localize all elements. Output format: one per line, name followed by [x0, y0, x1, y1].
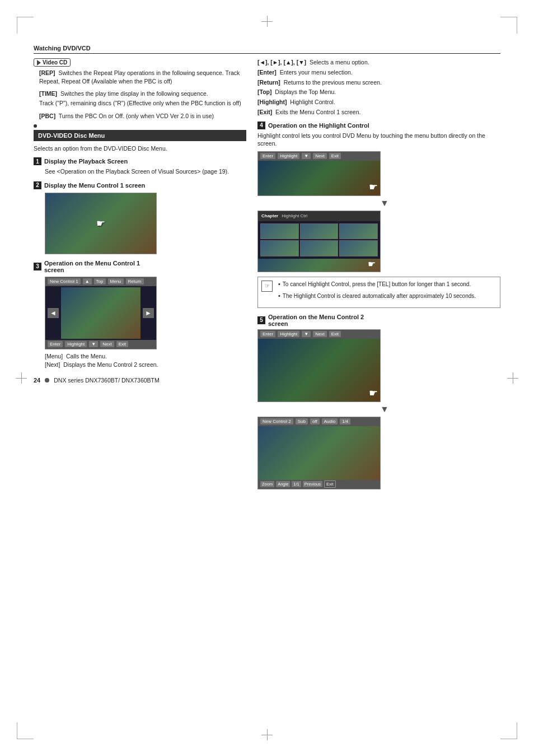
section-4-desc: Highlight control lets you control DVD M…: [257, 132, 500, 148]
section-3-title: Operation on the Menu Control 1screen: [44, 260, 140, 273]
page-section-title: Watching DVD/VCD: [34, 45, 500, 54]
section-2-header: 2 Display the Menu Control 1 screen: [34, 181, 246, 189]
bullet-dot: [34, 124, 37, 128]
top-bar-new: New Control 1: [48, 278, 81, 284]
highlight-item: [Highlight] Highlight Control.: [257, 98, 500, 107]
section-4-title: Operation on the Highlight Control: [268, 122, 369, 129]
bot-down: ▼: [89, 341, 98, 347]
menu2-bottom-nav-bar: Zoom Angle 1/1 Previous Exit: [258, 480, 380, 489]
arrow-down-2: ▼: [269, 404, 500, 414]
return-label: [Return]: [257, 79, 280, 86]
menu-control-1-screen: ☛: [45, 193, 157, 254]
arrow-down-1: ▼: [269, 198, 500, 208]
rep-label: [REP]: [39, 69, 55, 76]
menu-control-1-detail-screen: New Control 1 ▲ Top Menu Return ◄ ► Ente…: [45, 277, 157, 349]
section-3: 3 Operation on the Menu Control 1screen …: [34, 260, 246, 368]
m2b-exit: Exit: [324, 480, 336, 488]
section-5-title: Operation on the Menu Control 2screen: [268, 314, 364, 327]
left-column: Video CD [REP] Switches the Repeat Play …: [34, 58, 246, 495]
m2b-oneone: 1/1: [292, 481, 301, 487]
footer-dot: [45, 378, 49, 382]
section-3-header: 3 Operation on the Menu Control 1screen: [34, 260, 246, 273]
rep-desc: Switches the Repeat Play operations in t…: [39, 69, 240, 85]
hl-down: ▼: [302, 153, 311, 159]
section-1: 1 Display the Playback Screen See <Opera…: [34, 157, 246, 176]
section-2-number: 2: [34, 181, 41, 189]
chapter-cell-5: [300, 240, 339, 256]
section-1-header: 1 Display the Playback Screen: [34, 157, 246, 165]
top-desc: Displays the Top Menu.: [275, 88, 336, 95]
top-bar-top: Top: [94, 278, 106, 284]
chapter-cell-1: [260, 223, 299, 240]
hl-highlight: Highlight: [278, 153, 299, 159]
enter-item: [Enter] Enters your menu selection.: [257, 68, 500, 77]
section-1-number: 1: [34, 157, 41, 165]
highlight-label: [Highlight]: [257, 99, 287, 105]
section-1-text: See <Operation on the Playback Screen of…: [34, 167, 246, 176]
chapter-label: Chapter: [261, 213, 278, 218]
note-bullet-2: •: [278, 292, 280, 299]
highlight-top-bar: Enter Highlight ▼ Next Exit: [258, 152, 380, 161]
menu-label-row: [Menu] Calls the Menu.: [45, 353, 246, 360]
hand-icon-1: ☛: [369, 181, 378, 193]
screen-content: ☛: [45, 193, 156, 254]
m2b-sub: Sub: [296, 418, 308, 424]
arrow-options: [◄], [►], [▲], [▼] Selects a menu option…: [257, 58, 500, 117]
next-label-row: [Next] Displays the Menu Control 2 scree…: [45, 361, 246, 368]
exit-desc: Exits the Menu Control 1 screen.: [275, 109, 360, 115]
pbc-label: [PBC]: [39, 113, 55, 119]
arrows-label: [◄], [►], [▲], [▼]: [257, 59, 306, 66]
time-desc: Switches the play time display in the fo…: [60, 90, 208, 97]
note-row-2: • The Highlight Control is cleared autom…: [278, 292, 476, 302]
next-label: [Next]: [45, 361, 60, 368]
dvd-menu-title: DVD-VIDEO Disc Menu: [38, 132, 105, 139]
note-box: ☞ • To cancel Highlight Control, press t…: [257, 277, 500, 308]
arrows-item: [◄], [►], [▲], [▼] Selects a menu option…: [257, 58, 500, 67]
hand-cursor-icon: ☛: [96, 217, 105, 230]
top-bar-up: ▲: [83, 278, 92, 284]
disc-menu-desc: Selects an option from the DVD-VIDEO Dis…: [34, 144, 246, 153]
enter-desc: Enters your menu selection.: [280, 69, 353, 76]
top-item: [Top] Displays the Top Menu.: [257, 88, 500, 97]
section-1-title: Display the Playback Screen: [44, 158, 128, 165]
time-label: [TIME]: [39, 90, 57, 97]
menu2-top-bar: Enter Highlight ▼ Next Exit: [258, 330, 380, 339]
chapter-sub-label: Highlight Ctrl: [282, 213, 307, 218]
menu-control-2-bottom-screen: New Control 2 Sub off Audio 1/4 Zoom Ang…: [257, 417, 381, 489]
m2b-audio: Audio: [322, 418, 338, 424]
section-4-number: 4: [257, 122, 265, 129]
chapter-cell-6: [339, 240, 378, 256]
menu-control-2-top-screen: Enter Highlight ▼ Next Exit ☛: [257, 329, 381, 402]
m2t-highlight: Highlight: [278, 331, 299, 337]
note-bullet-1: •: [278, 281, 280, 287]
bot-highlight: Highlight: [65, 341, 87, 347]
chapter-cell-2: [300, 223, 339, 240]
hand-icon-3: ☛: [369, 387, 378, 399]
m2t-next: Next: [313, 331, 326, 337]
note-icon-symbol: ☞: [265, 283, 270, 289]
rep-text: [REP] Switches the Repeat Play operation…: [39, 69, 246, 85]
pbc-text: [PBC] Turns the PBC On or Off. (only whe…: [39, 112, 246, 120]
hl-exit: Exit: [329, 153, 341, 159]
note-icon: ☞: [261, 281, 273, 292]
chapter-screen: Chapter Highlight Ctrl ☛: [257, 211, 381, 272]
section-5-number: 5: [257, 316, 265, 324]
return-item: [Return] Returns to the previous menu sc…: [257, 78, 500, 87]
section-label: Watching DVD/VCD: [34, 45, 91, 52]
m2b-count: 1/4: [340, 418, 350, 424]
chapter-cell-3: [339, 223, 378, 240]
time-text: [TIME] Switches the play time display in…: [39, 90, 246, 98]
right-column: [◄], [►], [▲], [▼] Selects a menu option…: [257, 58, 500, 495]
bot-next: Next: [100, 341, 114, 347]
exit-item: [Exit] Exits the Menu Control 1 screen.: [257, 108, 500, 117]
section-5-header: 5 Operation on the Menu Control 2screen: [257, 314, 500, 327]
menu2-top-info-bar: New Control 2 Sub off Audio 1/4: [258, 417, 380, 426]
section-5: 5 Operation on the Menu Control 2screen …: [257, 314, 500, 489]
hl-next: Next: [313, 153, 326, 159]
m2b-previous: Previous: [303, 481, 322, 487]
m2b-new: New Control 2: [260, 418, 293, 424]
enter-label: [Enter]: [257, 69, 277, 76]
chapter-grid: [258, 221, 380, 259]
pbc-desc: Turns the PBC On or Off. (only when VCD …: [59, 113, 214, 119]
video-cd-icon-row: Video CD: [34, 58, 246, 67]
